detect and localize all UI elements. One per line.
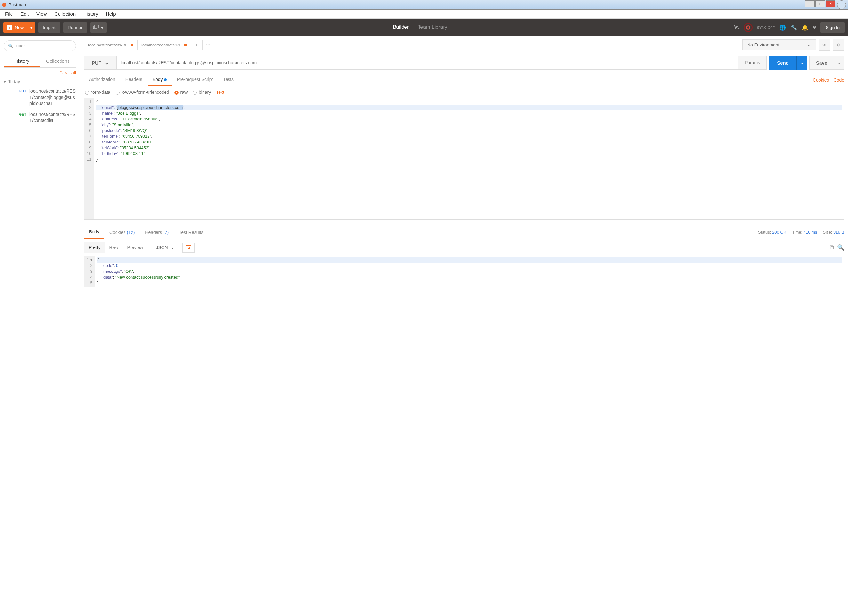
view-preview[interactable]: Preview <box>123 242 148 252</box>
request-tab-label: localhost/contacts/RE <box>88 43 128 47</box>
response-status: 200 OK <box>772 230 786 235</box>
send-dropdown-button[interactable]: ⌄ <box>796 56 807 70</box>
subtab-body-label: Body <box>153 77 163 82</box>
history-url: localhost/contacts/REST/contact/jbloggs@… <box>30 88 76 107</box>
request-tab-label: localhost/contacts/RE <box>141 43 181 47</box>
main-panel: localhost/contacts/RE localhost/contacts… <box>80 37 848 328</box>
sync-off-label: SYNC OFF <box>757 25 775 30</box>
window-maximize-button[interactable]: □ <box>815 0 825 7</box>
wrench-icon[interactable]: 🔧 <box>790 24 797 31</box>
app-icon <box>2 3 6 7</box>
response-meta: Status: 200 OK Time: 410 ms Size: 316 B <box>758 230 844 235</box>
subtab-tests[interactable]: Tests <box>218 74 239 86</box>
menu-history[interactable]: History <box>79 10 102 17</box>
search-response-icon[interactable]: 🔍 <box>837 244 844 251</box>
menu-help[interactable]: Help <box>102 10 120 17</box>
save-button[interactable]: Save <box>809 56 834 70</box>
menu-file[interactable]: File <box>1 10 17 17</box>
history-method-badge: PUT <box>12 88 30 107</box>
line-gutter: 1 ▾2345 <box>84 257 95 286</box>
request-tab[interactable]: localhost/contacts/RE <box>138 40 191 50</box>
caret-down-icon: ▾ <box>4 79 6 84</box>
filter-input[interactable]: 🔍 Filter <box>4 40 76 51</box>
code-link[interactable]: Code <box>833 77 844 83</box>
radio-xwww[interactable]: x-www-form-urlencoded <box>116 90 169 95</box>
env-settings-button[interactable]: ⚙ <box>833 39 844 50</box>
send-button[interactable]: Send <box>769 56 796 70</box>
new-dropdown-button[interactable]: ▾ <box>28 22 35 33</box>
menu-view[interactable]: View <box>33 10 50 17</box>
history-item[interactable]: PUT localhost/contacts/REST/contact/jblo… <box>4 87 76 110</box>
import-button[interactable]: Import <box>39 22 60 33</box>
dot-indicator-icon <box>164 79 167 81</box>
radio-raw[interactable]: raw <box>174 90 188 95</box>
response-body-editor[interactable]: 1 ▾2345 { "code": 0, "message": "OK", "d… <box>84 256 844 287</box>
body-type-dropdown[interactable]: Text⌄ <box>216 90 230 95</box>
menu-collection[interactable]: Collection <box>50 10 79 17</box>
heart-icon[interactable]: ♥ <box>813 24 816 31</box>
svg-rect-1 <box>95 25 98 28</box>
filter-placeholder: Filter <box>16 43 25 48</box>
params-button[interactable]: Params <box>738 56 767 70</box>
radio-formdata[interactable]: form-data <box>85 90 110 95</box>
wrap-icon <box>186 245 191 249</box>
window-close-button[interactable]: ✕ <box>826 0 835 7</box>
signin-button[interactable]: Sign In <box>820 22 845 33</box>
view-raw[interactable]: Raw <box>105 242 123 252</box>
history-item[interactable]: GET localhost/contacts/REST/contactlist <box>4 110 76 127</box>
tab-team-library[interactable]: Team Library <box>413 19 452 37</box>
new-button-label: New <box>15 25 24 30</box>
response-tab-body[interactable]: Body <box>84 226 104 239</box>
line-gutter: 1234567891011 <box>84 98 94 219</box>
toolbar: +New ▾ Import Runner ▾ Builder Team Libr… <box>0 19 848 37</box>
response-tab-testresults[interactable]: Test Results <box>174 227 208 238</box>
env-preview-button[interactable]: 👁 <box>818 39 830 50</box>
new-button[interactable]: +New <box>3 22 28 33</box>
open-new-button[interactable]: ▾ <box>90 22 107 33</box>
secondary-app-icon <box>837 0 846 9</box>
request-body-editor[interactable]: 1234567891011 { "email": "jbloggs@suspic… <box>84 98 844 220</box>
response-format-dropdown[interactable]: JSON⌄ <box>151 242 179 253</box>
sync-icon[interactable] <box>744 23 753 32</box>
response-size: 316 B <box>833 230 844 235</box>
chevron-down-icon: ⌄ <box>170 245 174 250</box>
subtab-headers[interactable]: Headers <box>120 74 148 86</box>
wrap-lines-button[interactable] <box>182 243 194 252</box>
subtab-authorization[interactable]: Authorization <box>84 74 120 86</box>
menu-edit[interactable]: Edit <box>17 10 33 17</box>
response-tab-headers[interactable]: Headers (7) <box>140 227 174 238</box>
cookies-link[interactable]: Cookies <box>813 77 829 83</box>
runner-button[interactable]: Runner <box>63 22 87 33</box>
tab-menu-button[interactable]: ••• <box>203 40 214 50</box>
bell-icon[interactable]: 🔔 <box>802 24 808 31</box>
windows-icon <box>93 25 99 30</box>
chevron-down-icon: ⌄ <box>226 90 230 95</box>
history-group-today[interactable]: ▾ Today <box>4 78 76 87</box>
method-dropdown[interactable]: PUT⌄ <box>84 56 117 70</box>
radio-binary[interactable]: binary <box>193 90 211 95</box>
environment-dropdown[interactable]: No Environment⌄ <box>743 39 816 50</box>
sidebar-tab-collections[interactable]: Collections <box>40 56 76 67</box>
tab-builder[interactable]: Builder <box>388 19 413 37</box>
request-tab[interactable]: localhost/contacts/RE <box>84 40 138 50</box>
gear-icon: ⚙ <box>836 43 840 47</box>
request-tabs: localhost/contacts/RE localhost/contacts… <box>84 40 214 50</box>
eye-icon: 👁 <box>823 43 827 47</box>
clear-all-link[interactable]: Clear all <box>4 68 76 78</box>
copy-icon[interactable]: ⧉ <box>830 244 834 251</box>
subtab-body[interactable]: Body <box>148 74 172 86</box>
sidebar: 🔍 Filter History Collections Clear all ▾… <box>0 37 80 328</box>
url-input[interactable] <box>117 56 738 70</box>
add-tab-button[interactable]: + <box>191 40 203 50</box>
menubar: File Edit View Collection History Help <box>0 10 848 19</box>
save-dropdown-button[interactable]: ⌄ <box>834 56 844 70</box>
code-area[interactable]: { "email": "jbloggs@suspiciouscharacters… <box>94 98 844 219</box>
window-minimize-button[interactable]: — <box>805 0 815 7</box>
view-pretty[interactable]: Pretty <box>84 242 105 252</box>
subtab-prerequest[interactable]: Pre-request Script <box>172 74 218 86</box>
globe-icon[interactable]: 🌐 <box>779 24 786 31</box>
satellite-icon[interactable]: 🛰 <box>734 24 739 31</box>
response-tab-cookies[interactable]: Cookies (12) <box>104 227 140 238</box>
sidebar-tab-history[interactable]: History <box>4 56 40 67</box>
chevron-down-icon: ⌄ <box>105 60 109 65</box>
